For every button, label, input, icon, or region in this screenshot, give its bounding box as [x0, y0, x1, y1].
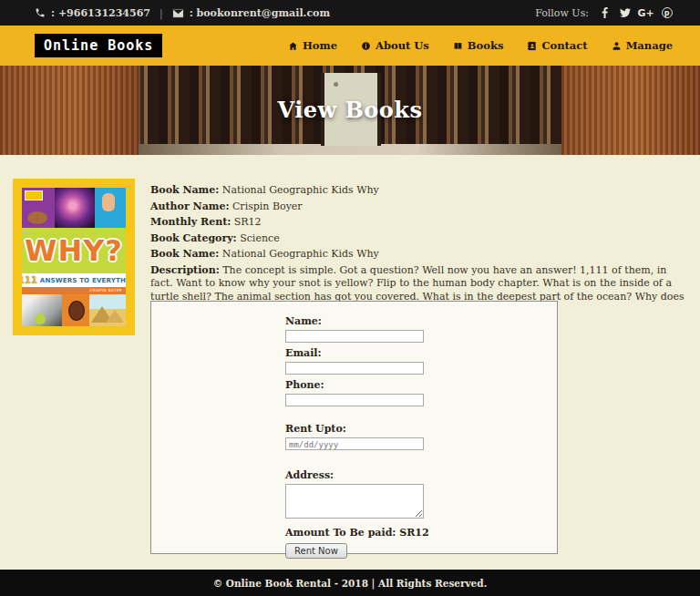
amount-to-be-paid: Amount To Be paid: SR12: [285, 527, 557, 539]
phone-input[interactable]: [285, 394, 424, 406]
follow-us-label: Follow Us:: [535, 7, 589, 19]
google-plus-icon[interactable]: G+: [640, 7, 652, 19]
hero-banner: View Books: [0, 66, 700, 155]
info-icon: [361, 41, 371, 51]
site-logo[interactable]: Online Books: [35, 34, 162, 57]
cover-pyramids-photo: [89, 294, 126, 326]
nav-menu: Home About Us Books Contact Manage: [288, 39, 673, 52]
address-label: Address:: [285, 469, 557, 481]
page-title: View Books: [0, 97, 700, 123]
cover-hand-photo: [95, 188, 126, 228]
detail-book-name: Book Name: National Geographic Kids Why: [150, 184, 690, 196]
cover-dog-photo: [22, 294, 62, 326]
cover-author-strip: CRISPIN BOYER: [22, 287, 126, 294]
social-links: Follow Us: G+ p: [535, 7, 673, 19]
phone-icon: [35, 7, 46, 18]
nav-item-books[interactable]: Books: [453, 39, 504, 52]
nav-item-manage[interactable]: Manage: [612, 39, 673, 52]
book-cover-image[interactable]: WHY? 1,111 ANSWERS TO EVERYTHING CRISPIN…: [13, 179, 135, 335]
email-input[interactable]: [285, 362, 424, 375]
detail-book-category: Book Category: Science: [150, 232, 690, 244]
twitter-icon[interactable]: [619, 7, 631, 19]
nav-item-contact[interactable]: Contact: [527, 39, 587, 52]
facebook-icon[interactable]: [598, 7, 610, 19]
rent-form: Name: Email: Phone: Rent Upto: Address: …: [150, 301, 558, 554]
address-textarea[interactable]: [285, 484, 424, 519]
cover-title: WHY?: [22, 228, 126, 273]
user-icon: [612, 41, 622, 51]
detail-author-name: Author Name: Crispin Boyer: [150, 200, 690, 212]
detail-book-name-2: Book Name: National Geographic Kids Why: [150, 248, 690, 260]
home-icon: [288, 41, 298, 51]
phone-label: Phone:: [285, 379, 557, 391]
email-address[interactable]: : bookonrent@gmail.com: [190, 7, 330, 19]
footer: © Online Book Rental - 2018 | All Rights…: [0, 570, 700, 596]
nav-item-home[interactable]: Home: [288, 39, 337, 52]
top-bar: : +966131234567 | : bookonrent@gmail.com…: [0, 0, 700, 26]
email-label: Email:: [285, 347, 557, 359]
email-icon: [172, 8, 184, 18]
pinterest-icon[interactable]: p: [661, 7, 673, 19]
contact-icon: [527, 41, 537, 51]
detail-monthly-rent: Monthly Rent: SR12: [150, 216, 690, 228]
topbar-separator: |: [160, 7, 163, 19]
cover-banner: 1,111 ANSWERS TO EVERYTHING: [22, 273, 126, 287]
name-input[interactable]: [285, 330, 424, 343]
contact-info: : +966131234567 | : bookonrent@gmail.com: [35, 7, 330, 19]
main-navbar: Online Books Home About Us Books Contact…: [0, 26, 700, 66]
main-content: WHY? 1,111 ANSWERS TO EVERYTHING CRISPIN…: [0, 155, 700, 570]
rent-upto-label: Rent Upto:: [285, 423, 557, 435]
nav-item-about-us[interactable]: About Us: [361, 39, 429, 52]
rent-now-submit-button[interactable]: Rent Now: [285, 543, 347, 559]
phone-number[interactable]: : +966131234567: [51, 7, 150, 19]
name-label: Name:: [285, 315, 557, 327]
cover-football-photo: [62, 294, 89, 326]
copyright-text: © Online Book Rental - 2018 | All Rights…: [213, 578, 488, 589]
natgeo-logo: [25, 190, 43, 200]
book-icon: [453, 41, 463, 51]
cover-space-photo: [55, 188, 95, 228]
rent-upto-date-input[interactable]: [285, 437, 424, 450]
